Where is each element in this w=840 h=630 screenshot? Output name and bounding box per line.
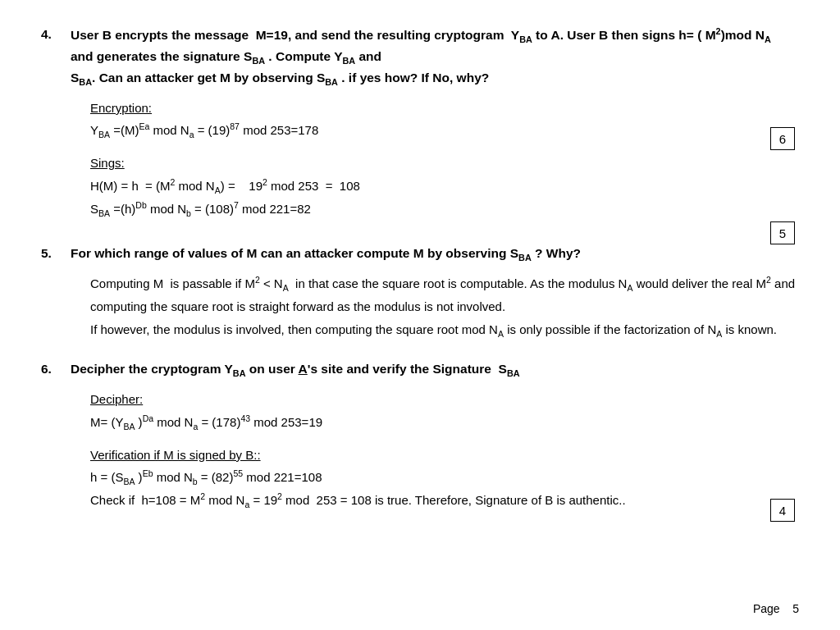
q6-number: 6. [41,359,64,379]
q6-verification-section: Verification if M is signed by B:: h = (… [90,445,799,513]
question-4-heading: 4. User B encrypts the message M=19, and… [41,25,799,89]
q6-verification-label: Verification if M is signed by B:: [90,445,799,466]
score-box-6: 6 [770,127,795,150]
question-5-heading: 5. For which range of values of M can an… [41,244,799,265]
q4-number: 4. [41,25,64,44]
q6-decipher-label: Decipher: [90,389,799,410]
q5-line2: If however, the modulus is involved, the… [90,319,799,342]
question-6: 6. Decipher the cryptogram YBA on user A… [41,359,799,512]
q6-solution: Decipher: M= (YBA )Da mod Na = (178)43 m… [90,389,799,513]
q4-encryption-label: Encryption: [90,98,799,119]
score-box-4: 4 [770,499,795,522]
question-4: 4. User B encrypts the message M=19, and… [41,25,799,221]
page-number: 5 [792,602,799,615]
q6-verification-line2: Check if h=108 = M2 mod Na = 192 mod 253… [90,490,799,513]
question-6-heading: 6. Decipher the cryptogram YBA on user A… [41,359,799,381]
q5-text: For which range of values of M can an at… [71,244,581,265]
q6-text: Decipher the cryptogram YBA on user A's … [71,359,520,381]
q6-verification-line1: h = (SBA )Eb mod Nb = (82)55 mod 221=108 [90,467,799,490]
q6-decipher-line: M= (YBA )Da mod Na = (178)43 mod 253=19 [90,412,799,435]
q4-sings-label: Sings: [90,153,799,174]
q4-sings-section: Sings: H(M) = h = (M2 mod NA) = 192 mod … [90,153,799,221]
q5-solution: Computing M is passable if M2 < NA in th… [90,273,799,341]
q4-encryption-line: YBA =(M)Ea mod Na = (19)87 mod 253=178 [90,120,799,143]
score-box-5: 5 [770,221,795,244]
page-footer: Page 5 [753,602,799,615]
q4-sings-line2: SBA =(h)Db mod Nb = (108)7 mod 221=82 [90,199,799,221]
q4-solution: Encryption: YBA =(M)Ea mod Na = (19)87 m… [90,98,799,221]
q4-text: User B encrypts the message M=19, and se… [71,25,799,89]
page-label: Page [753,602,780,615]
question-5: 5. For which range of values of M can an… [41,244,799,341]
q4-sings-line1: H(M) = h = (M2 mod NA) = 192 mod 253 = 1… [90,176,799,199]
q5-number: 5. [41,244,64,263]
q5-line1: Computing M is passable if M2 < NA in th… [90,273,799,317]
